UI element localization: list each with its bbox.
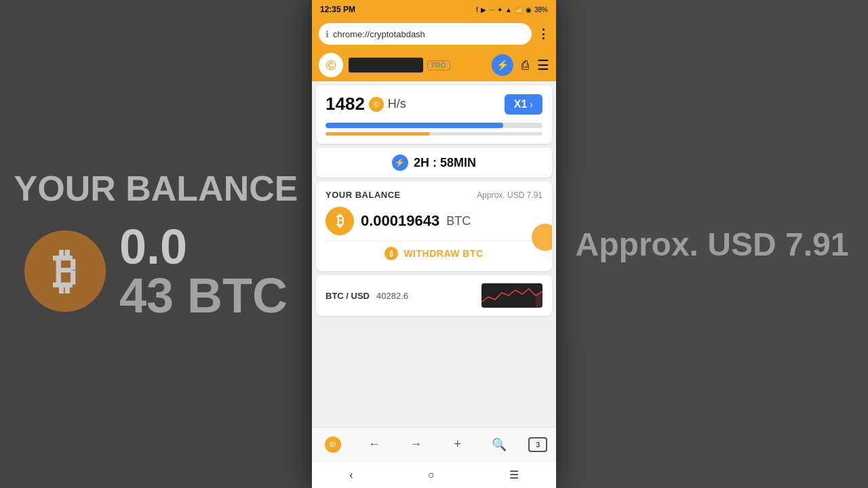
- progress-bar-orange-bg: [326, 132, 542, 136]
- progress-bar-blue-fill: [326, 123, 503, 128]
- app-name-block: [349, 58, 423, 73]
- location-icon: ◉: [526, 6, 532, 14]
- system-nav: ‹ ○ ☰: [312, 461, 556, 488]
- progress-bar-orange-fill: [326, 132, 430, 136]
- mining-card: 1482 © H/s X1 ›: [316, 85, 552, 144]
- mining-top: 1482 © H/s X1 ›: [326, 94, 542, 115]
- status-icons: f ▶ ··· ✦ ▲ 📶 ◉ 38%: [476, 6, 548, 14]
- hash-rate-display: 1482 © H/s: [326, 94, 406, 115]
- bg-left-balance-label: YOUR BALANCE: [14, 168, 298, 209]
- balance-label: YOUR BALANCE: [326, 190, 401, 200]
- url-bar: ℹ chrome://cryptotabdash ⋮: [312, 19, 556, 49]
- url-input[interactable]: ℹ chrome://cryptotabdash: [319, 23, 532, 45]
- withdraw-btc-icon: ₿: [384, 247, 398, 260]
- withdraw-button[interactable]: WITHDRAW BTC: [403, 248, 483, 259]
- forward-button[interactable]: →: [403, 432, 428, 457]
- background-right: Approx. USD 7.91: [556, 0, 868, 488]
- btcusd-value: 40282.6: [376, 291, 408, 301]
- battery-icon: 38%: [534, 6, 548, 14]
- multiplier-arrow-icon: ›: [530, 99, 533, 110]
- app-name-bar: PRO: [349, 58, 486, 73]
- sys-menu-button[interactable]: ☰: [509, 468, 519, 481]
- balance-card: YOUR BALANCE Approx. USD 7.91 ₿ 0.000196…: [316, 182, 552, 271]
- bg-left-btc: 43 BTC: [119, 271, 288, 320]
- balance-header: YOUR BALANCE Approx. USD 7.91: [326, 190, 542, 200]
- btc-currency-label: BTC: [446, 214, 471, 228]
- bluetooth-icon: ✦: [497, 6, 502, 14]
- btc-large-icon: ₿: [326, 207, 354, 235]
- multiplier-text: X1: [514, 98, 528, 110]
- info-icon: ℹ: [326, 29, 329, 39]
- app-logo: ©: [319, 53, 343, 77]
- bg-btc-icon: ₿: [24, 230, 106, 312]
- background-left: YOUR BALANCE ₿ 0.0 43 BTC: [0, 0, 312, 488]
- header-icons: ⚡ ⎙ ☰: [492, 54, 549, 76]
- signal-icon: ▲: [505, 6, 512, 14]
- timer-value: 2H : 58MIN: [414, 156, 476, 170]
- tabs-button[interactable]: 3: [528, 437, 547, 452]
- btcusd-label: BTC / USD: [326, 291, 370, 301]
- browser-nav-bar: © ← → + 🔍 3: [312, 427, 556, 461]
- timer-card: ⚡ 2H : 58MIN: [316, 148, 552, 178]
- lightning-button[interactable]: ⚡: [492, 54, 513, 76]
- menu-icon[interactable]: ☰: [537, 57, 549, 73]
- btcusd-card: BTC / USD 40282.6: [316, 275, 552, 316]
- fb-icon: f: [476, 6, 478, 14]
- btcusd-chart: [481, 283, 542, 308]
- hash-unit: H/s: [388, 97, 406, 111]
- balance-amount-row: ₿ 0.00019643 BTC: [326, 207, 542, 235]
- sys-back-button[interactable]: ‹: [349, 469, 353, 481]
- browser-logo-button[interactable]: ©: [321, 432, 345, 457]
- progress-bar-blue-bg: [326, 123, 542, 128]
- new-tab-button[interactable]: +: [446, 432, 470, 457]
- btc-amount: 0.00019643: [361, 212, 439, 230]
- url-text: chrome://cryptotabdash: [333, 29, 425, 39]
- balance-approx: Approx. USD 7.91: [477, 190, 542, 200]
- status-time: 12:35 PM: [320, 5, 355, 14]
- sys-home-button[interactable]: ○: [428, 469, 435, 481]
- pro-badge: PRO: [427, 60, 450, 70]
- dots-icon: ···: [489, 6, 494, 14]
- app-header: © PRO ⚡ ⎙ ☰: [312, 49, 556, 81]
- hash-coin-icon: ©: [369, 97, 384, 112]
- btcusd-left: BTC / USD 40282.6: [326, 291, 408, 301]
- url-menu-icon[interactable]: ⋮: [537, 26, 549, 41]
- timer-lightning-icon: ⚡: [392, 155, 408, 171]
- bg-right-usd: Approx. USD 7.91: [576, 226, 849, 263]
- app-logo-letter: ©: [326, 58, 336, 73]
- multiplier-button[interactable]: X1 ›: [505, 94, 542, 115]
- hash-rate-value: 1482: [326, 94, 365, 115]
- withdraw-row: ₿ WITHDRAW BTC: [326, 241, 542, 263]
- progress-bars: [326, 123, 542, 136]
- search-button[interactable]: 🔍: [487, 432, 511, 457]
- phone-frame: 12:35 PM f ▶ ··· ✦ ▲ 📶 ◉ 38% ℹ chrome://…: [312, 0, 556, 488]
- bg-left-amount: 0.0: [119, 222, 288, 271]
- status-bar: 12:35 PM f ▶ ··· ✦ ▲ 📶 ◉ 38%: [312, 0, 556, 19]
- video-icon: ▶: [481, 6, 486, 14]
- wifi-icon: 📶: [515, 6, 523, 14]
- back-button[interactable]: ←: [362, 432, 387, 457]
- share-icon[interactable]: ⎙: [521, 58, 529, 73]
- content-area: 1482 © H/s X1 › ⚡ 2H : 58M: [312, 81, 556, 427]
